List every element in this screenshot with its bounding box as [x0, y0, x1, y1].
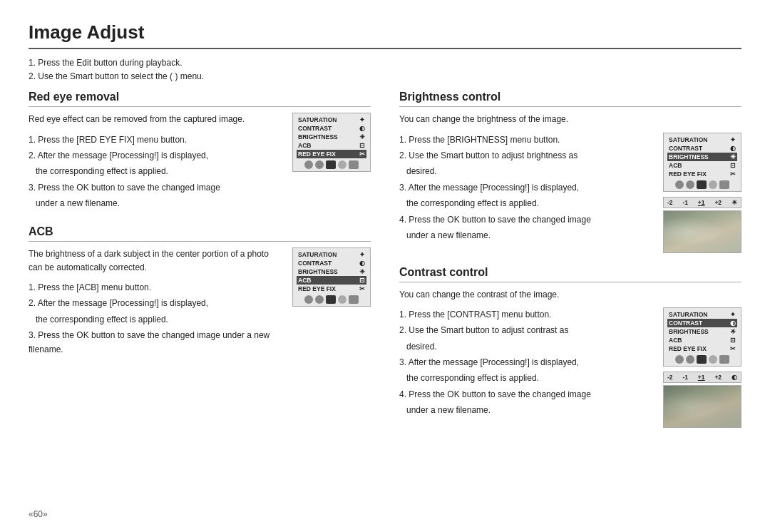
contrast-panels: SATURATION✦ CONTRAST◐ BRIGHTNESS☀ ACB⊡ R: [663, 307, 741, 428]
acb-section: ACB The brightness of a dark subject in …: [29, 225, 371, 359]
page-number: «60»: [29, 509, 48, 519]
intro-line2: 2. Use the Smart button to select the ( …: [29, 70, 741, 83]
acb-steps: 1. Press the [ACB] menu button. 2. After…: [29, 280, 284, 357]
acb-title: ACB: [29, 225, 371, 242]
contrast-section: Contrast control You can change the cont…: [399, 266, 741, 428]
contrast-photo-preview: [663, 385, 741, 428]
contrast-desc: You can change the contrast of the image…: [399, 288, 741, 302]
acb-desc: The brightness of a dark subject in the …: [29, 247, 284, 275]
red-eye-desc: Red eye effect can be removed from the c…: [29, 113, 284, 126]
contrast-title: Contrast control: [399, 266, 741, 282]
brightness-desc: You can change the brightness of the ima…: [399, 113, 741, 126]
contrast-steps: 1. Press the [CONTRAST] menu button. 2. …: [399, 307, 654, 418]
brightness-scale: -2-1+1+2☀: [663, 197, 741, 208]
contrast-scale: -2-1+1+2◐: [663, 372, 741, 383]
page-title: Image Adjust: [29, 21, 741, 49]
brightness-panels: SATURATION✦ CONTRAST◐ BRIGHTNESS☀ ACB⊡ R: [663, 133, 741, 253]
red-eye-steps: 1. Press the [RED EYE FIX] menu button. …: [29, 133, 284, 211]
brightness-section: Brightness control You can change the br…: [399, 91, 741, 252]
brightness-photo-preview: [663, 210, 741, 253]
red-eye-section: Red eye removal Red eye effect can be re…: [29, 91, 371, 212]
acb-menu-panel: SATURATION✦ CONTRAST◐ BRIGHTNESS☀ ACB⊡ R: [292, 247, 371, 310]
red-eye-title: Red eye removal: [29, 91, 371, 107]
brightness-title: Brightness control: [399, 91, 741, 107]
red-eye-menu-panel: SATURATION✦ CONTRAST◐ BRIGHTNESS☀ ACB⊡ R: [292, 113, 371, 175]
brightness-steps: 1. Press the [BRIGHTNESS] menu button. 2…: [399, 133, 654, 243]
intro-line1: 1. Press the Edit button during playback…: [29, 56, 741, 70]
